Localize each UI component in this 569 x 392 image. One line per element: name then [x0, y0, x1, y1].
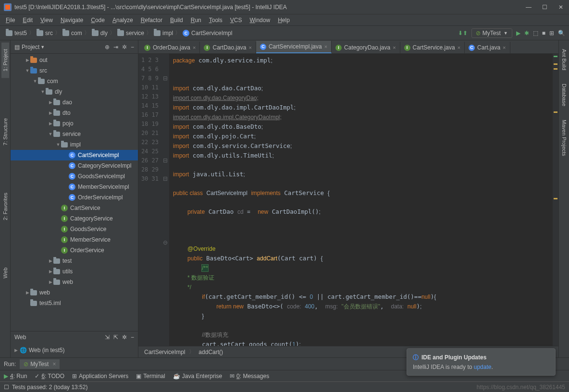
panel-title[interactable]: Project [22, 44, 39, 50]
expand-arrow-icon[interactable]: ▶ [14, 348, 18, 353]
tab-CategoryDao.java[interactable]: ICategoryDao.java× [332, 42, 400, 53]
crumb-CartServiceImpl[interactable]: CCartServiceImpl [181, 29, 234, 37]
web-tool-tab[interactable]: Web [1, 261, 9, 285]
tree-utils[interactable]: ▶utils [11, 266, 138, 277]
run-config-selector[interactable]: ⊘ MyTest ▼ [471, 28, 512, 38]
gear-icon[interactable]: ✲ [122, 44, 127, 50]
menu-help[interactable]: Help [274, 14, 294, 26]
bottom-tab-0[interactable]: ▶4: Run [4, 373, 27, 380]
tree-service[interactable]: ▼service [11, 129, 138, 139]
warning-mark[interactable] [554, 111, 557, 113]
crumb-com[interactable]: com [61, 29, 84, 37]
menu-window[interactable]: Window [246, 14, 274, 26]
tab-CartServiceImpl.java[interactable]: CCartServiceImpl.java× [256, 41, 332, 53]
project-tree[interactable]: ▶out▼src▼com▼dly▶dao▶dto▶pojo▼service▼im… [11, 54, 138, 331]
menu-navigate[interactable]: Navigate [57, 14, 87, 26]
stop-icon[interactable]: ■ [542, 30, 545, 37]
coverage-icon[interactable]: ⬚ [533, 30, 538, 37]
tree-GoodsServiceImpl[interactable]: CGoodsServiceImpl [11, 171, 138, 182]
tab-CartService.java[interactable]: ICartService.java× [400, 42, 465, 53]
tab-OrderDao.java[interactable]: IOrderDao.java× [140, 42, 200, 53]
menu-code[interactable]: Code [87, 14, 109, 26]
collapse-icon[interactable]: ⇥ [113, 44, 118, 50]
build-icon[interactable]: ⬇⬆ [458, 30, 468, 37]
crumb-src[interactable]: src [35, 29, 55, 37]
close-button[interactable]: ✕ [558, 4, 565, 11]
tree-test[interactable]: ▶test [11, 256, 138, 266]
menu-tools[interactable]: Tools [205, 14, 226, 26]
tree-test5.iml[interactable]: test5.iml [11, 298, 138, 308]
menu-file[interactable]: File [2, 14, 19, 26]
warning-mark[interactable] [554, 63, 557, 65]
tree-OrderService[interactable]: IOrderService [11, 245, 138, 256]
tree-pojo[interactable]: ▶pojo [11, 118, 138, 129]
view-dropdown-icon[interactable]: ▼ [40, 45, 45, 49]
bottom-tab-1[interactable]: ✓6: TODO [35, 373, 64, 380]
tree-web[interactable]: ▶web [11, 287, 138, 298]
favorites-tool-tab[interactable]: 2: Favorites [1, 186, 9, 227]
error-stripe[interactable] [553, 54, 558, 346]
debug-icon[interactable]: ✱ [524, 30, 529, 37]
menu-refactor[interactable]: Refactor [137, 14, 166, 26]
bottom-tab-4[interactable]: ☕Java Enterprise [173, 373, 222, 380]
tab-Cart.java[interactable]: CCart.java× [465, 42, 510, 53]
tree-web[interactable]: ▶web [11, 277, 138, 287]
crumb-dly[interactable]: dly [90, 29, 110, 37]
tab-CartDao.java[interactable]: ICartDao.java× [200, 42, 256, 53]
menu-build[interactable]: Build [166, 14, 187, 26]
menu-analyze[interactable]: Analyze [109, 14, 137, 26]
tree-CategoryServiceImpl[interactable]: CCategoryServiceImpl [11, 160, 138, 171]
bottom-tab-5[interactable]: ✉0: Messages [230, 373, 269, 380]
tree-CategoryService[interactable]: ICategoryService [11, 213, 138, 224]
tree-GoodsService[interactable]: IGoodsService [11, 224, 138, 234]
ant-build-tab[interactable]: Ant Build [560, 42, 568, 77]
tree-MemberServiceImpl[interactable]: CMemberServiceImpl [11, 182, 138, 192]
menu-edit[interactable]: Edit [19, 14, 37, 26]
crumb-service[interactable]: service [115, 29, 146, 37]
minimize-button[interactable]: — [526, 4, 532, 11]
expand-icon[interactable]: ⇲ [105, 334, 110, 341]
update-notification[interactable]: ⓘIDE and Plugin Updates IntelliJ IDEA is… [407, 348, 556, 376]
maven-tab[interactable]: Maven Projects [560, 113, 568, 163]
bottom-tab-3[interactable]: ▣Terminal [136, 373, 165, 380]
web-item[interactable]: Web (in test5) [29, 347, 64, 354]
menu-run[interactable]: Run [187, 14, 205, 26]
run-icon[interactable]: ▶ [516, 30, 520, 37]
update-link[interactable]: update [474, 364, 492, 370]
tree-dao[interactable]: ▶dao [11, 97, 138, 108]
tree-CartServiceImpl[interactable]: CCartServiceImpl [11, 150, 138, 160]
code-area[interactable]: package com.dly.service.impl; import com… [169, 54, 553, 346]
maximize-button[interactable]: ☐ [542, 4, 549, 11]
bottom-tab-2[interactable]: ⊞Application Servers [72, 373, 128, 380]
tree-impl[interactable]: ▼impl [11, 139, 138, 150]
tree-dly[interactable]: ▼dly [11, 86, 138, 97]
tree-out[interactable]: ▶out [11, 55, 138, 65]
breadcrumb-class[interactable]: CartServiceImpl [144, 349, 185, 355]
run-tab[interactable]: ⊘ MyTest × [20, 359, 60, 369]
project-tool-tab[interactable]: 1: Project [1, 42, 9, 78]
search-icon[interactable]: 🔍 [558, 30, 565, 37]
structure-tool-tab[interactable]: 7: Structure [1, 111, 9, 152]
scroll-to-icon[interactable]: ⊕ [105, 44, 110, 50]
tree-OrderServiceImpl[interactable]: COrderServiceImpl [11, 192, 138, 203]
hide-icon[interactable]: − [131, 44, 134, 50]
layout-icon[interactable]: ⊞ [549, 30, 554, 37]
database-tab[interactable]: Database [560, 77, 568, 113]
breadcrumb-method[interactable]: addCart() [198, 349, 223, 355]
tree-MemberService[interactable]: IMemberService [11, 234, 138, 245]
crumb-impl[interactable]: impl [152, 29, 175, 37]
warning-mark[interactable] [554, 198, 557, 199]
tree-CartService[interactable]: ICartService [11, 203, 138, 213]
warning-mark[interactable] [554, 68, 557, 70]
gear-icon[interactable]: ✲ [122, 334, 127, 341]
tree-src[interactable]: ▼src [11, 65, 138, 76]
hide-icon[interactable]: − [131, 334, 134, 341]
tree-com[interactable]: ▼com [11, 76, 138, 86]
collapse-icon[interactable]: ⇱ [113, 334, 118, 341]
crumb-test5[interactable]: test5 [4, 29, 29, 37]
menu-view[interactable]: View [37, 14, 57, 26]
tree-dto[interactable]: ▶dto [11, 108, 138, 118]
editor[interactable]: 1 2 3 4 5 6 7 8 9 10 11 12 13 14 15 16 1… [138, 54, 558, 346]
menu-vcs[interactable]: VCS [226, 14, 246, 26]
fold-column[interactable]: ⊟⊟⊟⊖ [161, 54, 169, 346]
